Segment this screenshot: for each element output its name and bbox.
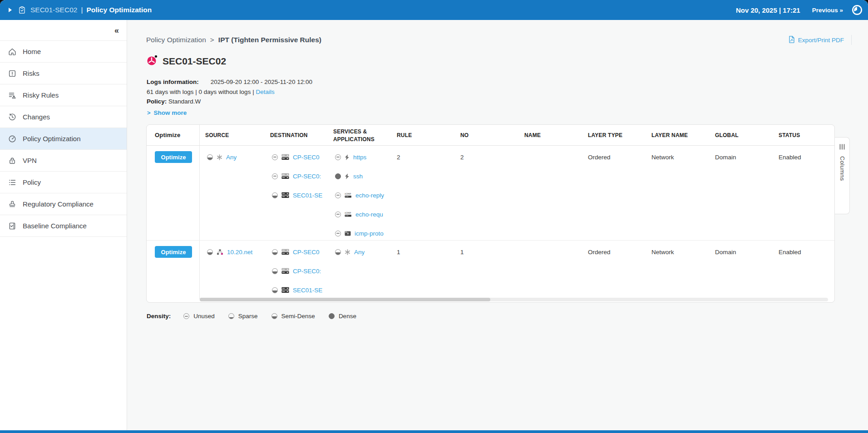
logs-information: Logs information:2025-09-20 12:00 - 2025… (147, 77, 312, 107)
host-dark-icon (281, 287, 289, 293)
breadcrumb-parent[interactable]: Policy Optimization (146, 36, 206, 44)
density-legend-label: Semi-Dense (281, 313, 315, 320)
sidebar-item-risks[interactable]: Risks (0, 63, 127, 84)
object-entry: CP-SEC0 (272, 243, 333, 261)
columns-tab-label: Columns (839, 156, 846, 181)
columns-icon (839, 143, 845, 152)
object-link[interactable]: echo-requ (355, 211, 383, 218)
density-unused-icon (335, 192, 341, 198)
vpn-icon (8, 156, 17, 165)
object-link[interactable]: CP-SEC0 (293, 249, 320, 256)
table-header-row: Optimize SOURCE DESTINATION SERVICES & A… (147, 125, 834, 146)
density-semi-icon (207, 249, 213, 255)
density-legend-label: Sparse (238, 313, 258, 320)
rule-link[interactable]: 1 (397, 249, 400, 256)
sidebar-item-label: Policy Optimization (23, 135, 81, 143)
rule-link[interactable]: 2 (397, 154, 400, 161)
host-gray-icon (281, 268, 289, 274)
density-legend-item: Unused (183, 313, 215, 320)
tcp-service-icon (345, 154, 350, 160)
global-value: Domain (715, 154, 736, 161)
object-link[interactable]: CP-SEC0 (293, 154, 320, 161)
collapse-sidebar-icon[interactable]: « (114, 25, 119, 36)
layer-type-value: Ordered (588, 154, 611, 161)
columns-panel-tab[interactable]: Columns (835, 137, 850, 214)
object-entry: CP-SEC0 (272, 148, 333, 166)
column-header-layer-type: LAYER TYPE (588, 125, 622, 146)
density-legend-label: Dense (339, 313, 356, 320)
density-unused-icon (335, 154, 341, 160)
sidebar: « HomeRisksRisky RulesChangesPolicy Opti… (0, 20, 127, 430)
risky-rules-icon (8, 91, 17, 100)
page-name: Policy Optimization (86, 6, 152, 14)
sidebar-item-risky-rules[interactable]: Risky Rules (0, 84, 127, 106)
expand-caret-icon[interactable] (9, 8, 12, 12)
app-window: SEC01-SEC02 | Policy Optimization Nov 20… (0, 0, 868, 433)
column-header-services: SERVICES & APPLICATIONS (333, 125, 383, 143)
source-cell: Any (207, 148, 270, 167)
column-header-status: STATUS (779, 125, 800, 146)
object-link[interactable]: Any (354, 249, 365, 256)
top-bar: SEC01-SEC02 | Policy Optimization Nov 20… (0, 0, 868, 20)
object-link[interactable]: CP-SEC0: (293, 268, 321, 275)
no-value: 1 (460, 249, 464, 256)
status-value: Enabled (779, 154, 801, 161)
logs-date-range: 2025-09-20 12:00 - 2025-11-20 12:00 (211, 79, 312, 85)
density-legend-item: Dense (329, 313, 356, 320)
object-link[interactable]: SEC01-SE (293, 287, 322, 294)
global-value: Domain (715, 249, 736, 256)
export-print-pdf-button[interactable]: Export/Print PDF (788, 35, 852, 45)
icmp-service-icon: ICMP (345, 192, 352, 198)
density-semi-icon (272, 192, 278, 198)
sidebar-item-policy[interactable]: Policy (0, 172, 127, 193)
sidebar-item-policy-optimization[interactable]: Policy Optimization (0, 128, 127, 150)
object-link[interactable]: https (353, 154, 366, 161)
previous-button[interactable]: Previous » (812, 7, 843, 14)
details-link[interactable]: Details (256, 89, 274, 95)
object-entry: https (335, 148, 396, 166)
sidebar-item-baseline-compliance[interactable]: Baseline Compliance (0, 215, 127, 237)
object-entry: CP-SEC0: (272, 167, 333, 185)
optimize-button[interactable]: Optimize (155, 246, 192, 258)
no-value: 2 (460, 154, 464, 161)
sidebar-item-vpn[interactable]: VPN (0, 150, 127, 172)
breadcrumb-current: IPT (Tighten Permissive Rules) (218, 36, 321, 44)
density-legend: Density: UnusedSparseSemi-DenseDense (147, 313, 370, 320)
object-link[interactable]: Any (226, 154, 237, 161)
tcp-service-icon (345, 173, 350, 179)
window-bottom-edge (0, 430, 868, 433)
sidebar-item-label: VPN (23, 157, 37, 164)
policy-optimization-icon (8, 134, 17, 143)
density-unused-icon (272, 173, 278, 179)
sidebar-item-changes[interactable]: Changes (0, 106, 127, 128)
any-icon (217, 154, 222, 160)
sidebar-item-label: Policy (23, 178, 41, 186)
logs-days-line: 61 days with logs | 0 days without logs … (147, 87, 312, 97)
sidebar-item-regulatory-compliance[interactable]: Regulatory Compliance (0, 193, 127, 215)
host-dark-icon (281, 192, 289, 198)
svg-text:ICMP: ICMP (345, 192, 351, 195)
density-unused-icon (183, 313, 189, 319)
density-semi-icon (272, 268, 278, 274)
sidebar-item-label: Regulatory Compliance (23, 200, 94, 208)
object-link[interactable]: ssh (353, 173, 363, 180)
column-header-layer-name: LAYER NAME (651, 125, 688, 146)
sidebar-item-home[interactable]: Home (0, 41, 127, 63)
density-unused-icon (335, 212, 341, 217)
show-more-link[interactable]: > Show more (147, 109, 187, 116)
user-avatar[interactable] (852, 5, 863, 15)
object-entry: ICMPecho-reply (335, 187, 396, 204)
sidebar-item-label: Risks (23, 69, 39, 77)
optimize-button[interactable]: Optimize (155, 151, 192, 163)
sidebar-item-label: Risky Rules (23, 91, 59, 99)
density-legend-item: Semi-Dense (271, 313, 315, 320)
object-link[interactable]: CP-SEC0: (293, 173, 321, 180)
object-link[interactable]: echo-reply (355, 192, 384, 199)
object-link[interactable]: 10.20.net (227, 249, 252, 256)
host-gray-icon (281, 249, 289, 255)
horizontal-scrollbar[interactable] (200, 298, 828, 301)
object-link[interactable]: SEC01-SE (293, 192, 322, 199)
pdf-icon (788, 36, 795, 44)
object-link[interactable]: icmp-proto (355, 230, 384, 237)
scrollbar-thumb[interactable] (200, 298, 490, 301)
